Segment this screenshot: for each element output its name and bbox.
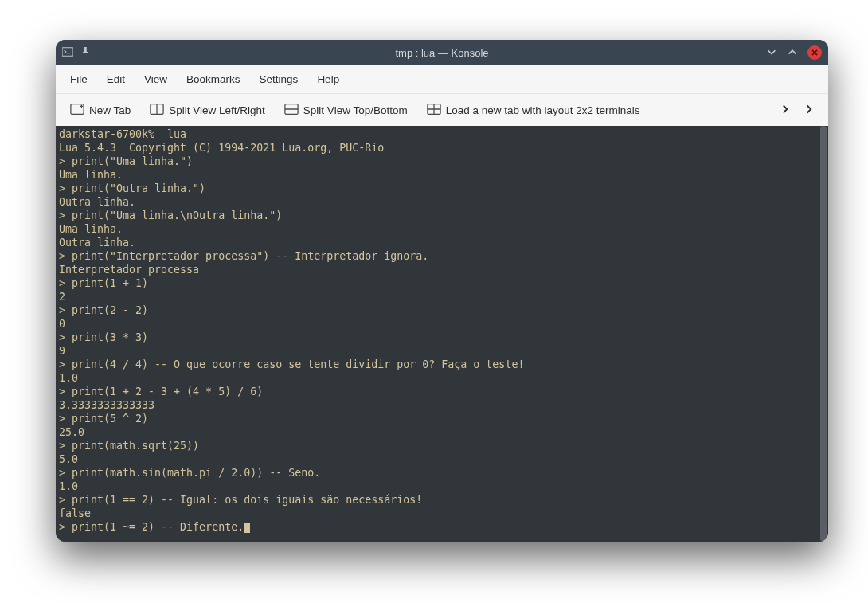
maximize-button[interactable] <box>787 46 798 60</box>
nav-right-2-icon[interactable] <box>804 104 814 116</box>
toolbar: New Tab Split View Left/Right Split View… <box>56 94 828 126</box>
new-tab-label: New Tab <box>89 104 131 116</box>
layout-2x2-button[interactable]: Load a new tab with layout 2x2 terminals <box>419 98 648 123</box>
close-button[interactable] <box>807 45 822 60</box>
layout-2x2-icon <box>427 103 441 118</box>
menu-bookmarks[interactable]: Bookmarks <box>178 69 248 90</box>
nav-right-1-icon[interactable] <box>780 104 790 116</box>
split-lr-icon <box>150 103 164 118</box>
svg-rect-0 <box>62 47 73 56</box>
terminal-output: darkstar-6700k% lua Lua 5.4.3 Copyright … <box>59 127 825 534</box>
titlebar: tmp : lua — Konsole <box>56 40 828 65</box>
toolbar-nav <box>780 104 822 116</box>
layout-2x2-label: Load a new tab with layout 2x2 terminals <box>446 104 640 116</box>
menu-edit[interactable]: Edit <box>99 69 133 90</box>
split-tb-button[interactable]: Split View Top/Bottom <box>276 98 416 123</box>
menubar: File Edit View Bookmarks Settings Help <box>56 65 828 94</box>
scroll-thumb[interactable] <box>820 126 827 542</box>
titlebar-left <box>62 46 221 60</box>
menu-help[interactable]: Help <box>309 69 347 90</box>
split-lr-label: Split View Left/Right <box>169 104 265 116</box>
new-tab-button[interactable]: New Tab <box>62 98 139 123</box>
scrollbar[interactable] <box>820 126 827 542</box>
split-tb-label: Split View Top/Bottom <box>303 104 408 116</box>
terminal-prompt-icon <box>62 46 73 60</box>
cursor <box>244 523 250 533</box>
menu-settings[interactable]: Settings <box>252 69 307 90</box>
split-lr-button[interactable]: Split View Left/Right <box>142 98 273 123</box>
titlebar-controls <box>663 45 822 60</box>
new-tab-icon <box>70 103 84 118</box>
pin-icon[interactable] <box>80 46 91 60</box>
window-title: tmp : lua — Konsole <box>221 47 663 59</box>
terminal[interactable]: darkstar-6700k% lua Lua 5.4.3 Copyright … <box>56 126 828 542</box>
menu-file[interactable]: File <box>62 69 96 90</box>
split-tb-icon <box>284 103 299 118</box>
minimize-button[interactable] <box>766 46 777 60</box>
konsole-window: tmp : lua — Konsole File Edit View Bookm… <box>56 40 828 542</box>
menu-view[interactable]: View <box>136 69 175 90</box>
